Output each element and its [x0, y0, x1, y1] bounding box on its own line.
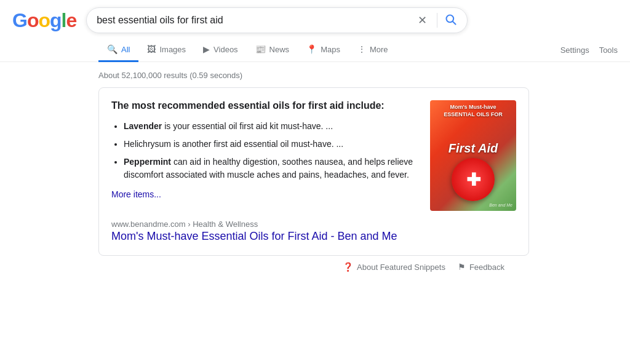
search-button[interactable]: [445, 14, 457, 28]
tab-all[interactable]: 🔍 All: [98, 38, 138, 62]
image-top-text: Mom's Must-haveESSENTIAL OILS FOR: [434, 104, 512, 118]
snippet-image: Mom's Must-haveESSENTIAL OILS FOR First …: [430, 100, 516, 211]
tab-videos[interactable]: ▶ Videos: [194, 38, 247, 62]
videos-icon: ▶: [203, 44, 210, 54]
list-item-text: is your essential oil first aid kit must…: [162, 121, 333, 131]
more-icon: ⋮: [357, 44, 366, 54]
list-item: Peppermint can aid in healthy digestion,…: [124, 156, 420, 181]
cross-symbol: ✚: [466, 170, 480, 190]
tab-more[interactable]: ⋮ More: [349, 38, 397, 62]
snippet-text: The most recommended essential oils for …: [111, 100, 420, 211]
image-title: First Aid: [446, 141, 500, 156]
google-logo: Google: [12, 9, 76, 32]
snippet-source: www.benandme.com › Health & Wellness Mom…: [111, 220, 516, 243]
tools-link[interactable]: Tools: [599, 46, 618, 55]
list-item-bold: Lavender: [124, 121, 162, 131]
results-area: About 52,100,000 results (0.59 seconds) …: [0, 62, 630, 256]
source-link[interactable]: Mom's Must-have Essential Oils for First…: [111, 230, 516, 243]
source-url: www.benandme.com › Health & Wellness: [111, 220, 258, 229]
search-bar: ✕: [86, 7, 468, 33]
maps-icon: 📍: [306, 44, 317, 54]
images-icon: 🖼: [147, 44, 156, 54]
image-attribution: Ben and Me: [489, 203, 512, 207]
snippet-content: The most recommended essential oils for …: [111, 100, 516, 211]
search-icon: [445, 14, 457, 26]
search-divider: [437, 13, 437, 28]
header: Google ✕: [0, 0, 630, 33]
heart-icon: ✚: [452, 158, 495, 201]
clear-button[interactable]: ✕: [415, 14, 429, 27]
tab-maps[interactable]: 📍 Maps: [298, 38, 349, 62]
list-item-text: Helichrysum is another first aid essenti…: [124, 139, 343, 149]
tab-news[interactable]: 📰 News: [247, 38, 298, 62]
image-visual: Mom's Must-haveESSENTIAL OILS FOR First …: [430, 100, 516, 211]
settings-link[interactable]: Settings: [560, 46, 589, 55]
feedback-link[interactable]: ⚑ Feedback: [458, 262, 504, 272]
results-stats: About 52,100,000 results (0.59 seconds): [98, 67, 618, 87]
tab-images[interactable]: 🖼 Images: [138, 38, 194, 62]
image-top-label: Mom's Must-haveESSENTIAL OILS FOR: [434, 104, 512, 118]
featured-snippet: The most recommended essential oils for …: [98, 87, 529, 256]
more-items-link[interactable]: More items...: [111, 189, 161, 199]
search-icon: 🔍: [107, 44, 118, 54]
snippet-footer: ❓ About Featured Snippets ⚑ Feedback: [86, 257, 517, 277]
about-featured-snippets[interactable]: ❓ About Featured Snippets: [343, 262, 445, 272]
list-item-bold: Peppermint: [124, 157, 171, 167]
nav-tabs: 🔍 All 🖼 Images ▶ Videos 📰 News 📍 Maps ⋮ …: [0, 36, 630, 62]
news-icon: 📰: [255, 44, 266, 54]
list-item: Helichrysum is another first aid essenti…: [124, 138, 420, 151]
snippet-list: Lavender is your essential oil first aid…: [111, 120, 420, 181]
nav-settings: Settings Tools: [548, 39, 630, 61]
svg-line-1: [453, 21, 456, 24]
flag-icon: ⚑: [458, 262, 466, 272]
question-icon: ❓: [343, 262, 353, 272]
snippet-heading: The most recommended essential oils for …: [111, 100, 420, 111]
search-input[interactable]: [97, 15, 410, 26]
list-item: Lavender is your essential oil first aid…: [124, 120, 420, 133]
